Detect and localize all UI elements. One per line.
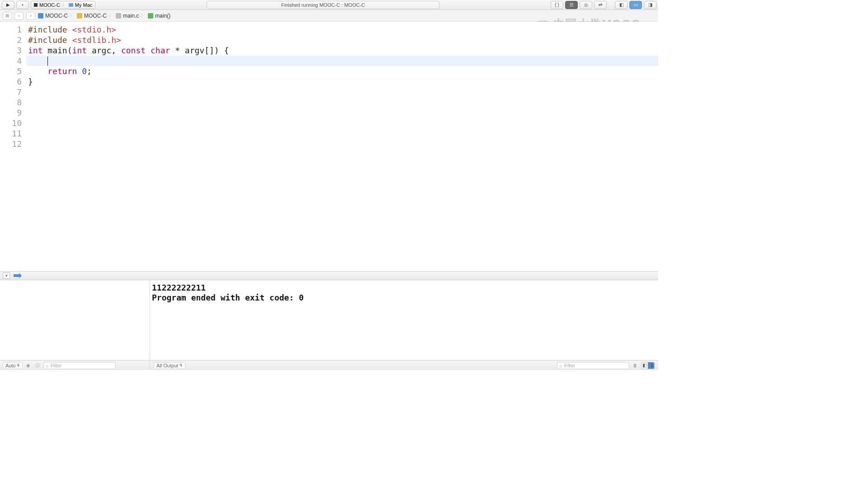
function-icon [148,13,153,19]
info-icon[interactable]: ⓘ [34,362,41,369]
code-editor[interactable]: 123456 789101112 #include <stdio.h> #inc… [0,22,658,271]
line-gutter: 123456 789101112 [0,22,26,271]
folder-icon [77,13,82,19]
stop-button[interactable]: ▪ [16,1,29,9]
breadcrumb-file[interactable]: main.c 〉 [116,13,145,19]
related-items-button[interactable]: ⊞ [3,12,12,20]
chevron-right-icon: 〉 [62,1,67,8]
project-icon [38,13,43,19]
output-selector[interactable]: All Output ⇅ [154,362,185,369]
debug-pane-toggle[interactable]: ◧ ◨ [641,362,655,369]
assistant-editor-button[interactable]: ◎ [580,1,592,9]
toggle-utilities-button[interactable]: ◨ [644,1,656,9]
clear-console-button[interactable]: 🗑 [632,362,638,369]
filter-icon: ⌕ [559,363,562,368]
code-area[interactable]: #include <stdio.h> #include <stdlib.h> i… [26,22,658,271]
toggle-debug-area-button[interactable]: ▭ [629,1,642,9]
device-icon [69,3,73,7]
debug-bar: ▾ [0,271,658,280]
c-file-icon [116,13,121,19]
toggle-breakpoints-button[interactable]: ▾ [3,272,10,279]
toolbar-right: { } ☰ ◎ ⇄ ◧ ▭ ◨ [551,1,656,9]
scheme-selector[interactable]: MOOC-C 〉 My Mac [31,1,95,9]
console-line: Program ended with exit code: 0 [152,293,656,303]
toolbar: ▶ ▪ MOOC-C 〉 My Mac Finished running MOO… [0,0,658,10]
updown-icon: ⇅ [179,363,183,367]
chevron-right-icon: 〉 [108,13,113,19]
breadcrumb-project[interactable]: MOOC-C 〉 [38,13,74,19]
console-output[interactable]: 11222222211 Program ended with exit code… [150,280,658,370]
activity-status: Finished running MOOC-C : MOOC-C [207,1,439,9]
updown-icon: ⇅ [17,363,20,367]
breadcrumb-group[interactable]: MOOC-C 〉 [77,13,113,19]
left-pane-toggle[interactable]: ◧ [642,362,648,369]
standard-editor-button[interactable]: ☰ [565,1,578,9]
text-cursor [47,56,48,66]
chevron-right-icon: 〉 [141,13,145,19]
right-pane-toggle[interactable]: ◨ [648,362,654,369]
target-icon [34,3,38,7]
console-line: 11222222211 [152,283,656,293]
version-editor-button[interactable]: ⇄ [594,1,607,9]
variables-filter-input[interactable]: ⌕ Filter [43,362,116,369]
back-button[interactable]: ‹ [14,12,24,20]
footer-bar: Auto ⇅ ◉ ⓘ ⌕ Filter All Output ⇅ ⌕ Filte… [0,360,658,370]
quicklook-icon[interactable]: ◉ [25,362,32,369]
run-button[interactable]: ▶ [2,1,14,9]
variables-view[interactable] [0,280,150,370]
auto-selector[interactable]: Auto ⇅ [3,362,23,369]
scheme-name: MOOC-C [39,2,60,8]
chevron-right-icon: 〉 [70,13,74,19]
code-snippets-button[interactable]: { } [551,1,563,9]
toggle-navigator-button[interactable]: ◧ [615,1,627,9]
console-filter-input[interactable]: ⌕ Filter [557,362,629,369]
filter-icon: ⌕ [46,363,49,368]
destination-name: My Mac [75,2,93,8]
breadcrumb-symbol[interactable]: main() [148,13,170,19]
continue-execution-icon[interactable] [14,273,22,278]
debug-area: 11222222211 Program ended with exit code… [0,280,658,370]
forward-button[interactable]: › [26,12,35,20]
